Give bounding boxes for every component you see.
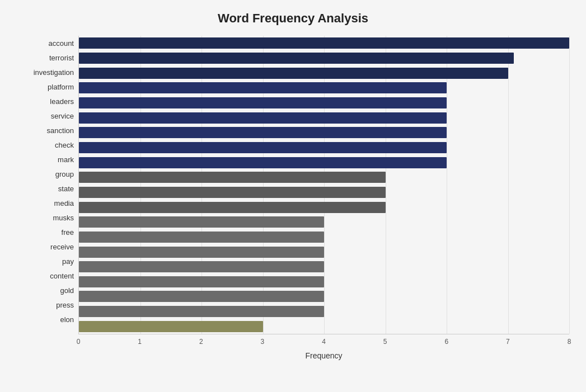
y-label: press bbox=[56, 297, 74, 312]
bar bbox=[79, 82, 447, 93]
bar-row bbox=[79, 81, 569, 96]
bar-row bbox=[79, 259, 569, 275]
y-label: investigation bbox=[34, 65, 74, 79]
bar-row bbox=[79, 230, 569, 245]
y-label: check bbox=[55, 138, 74, 152]
bar-row bbox=[79, 170, 569, 185]
bar bbox=[79, 216, 324, 228]
bar bbox=[79, 97, 447, 108]
y-label: media bbox=[54, 196, 74, 210]
bar bbox=[79, 127, 447, 138]
y-label: pay bbox=[62, 254, 74, 268]
x-tick: 1 bbox=[138, 338, 142, 346]
bar bbox=[79, 291, 324, 302]
x-tick: 5 bbox=[383, 338, 387, 346]
bar-row bbox=[79, 200, 569, 215]
x-tick: 2 bbox=[199, 338, 203, 346]
y-label: terrorist bbox=[49, 50, 74, 65]
y-label: sanction bbox=[47, 123, 74, 138]
x-axis-title: Frequency bbox=[78, 351, 569, 360]
bar-row bbox=[79, 140, 569, 155]
bar bbox=[79, 187, 386, 198]
bar-row bbox=[79, 304, 569, 319]
bar bbox=[79, 321, 263, 332]
y-labels: accountterroristinvestigationplatformlea… bbox=[17, 36, 78, 360]
bar bbox=[79, 261, 324, 272]
y-label: leaders bbox=[50, 94, 74, 108]
x-tick: 7 bbox=[506, 338, 510, 346]
y-label: service bbox=[51, 108, 74, 123]
bar bbox=[79, 232, 324, 243]
chart-title: Word Frequency Analysis bbox=[17, 11, 569, 26]
bar bbox=[79, 276, 324, 287]
chart-area: accountterroristinvestigationplatformlea… bbox=[17, 36, 569, 360]
bar bbox=[79, 172, 386, 183]
x-axis-labels: 012345678 bbox=[78, 338, 569, 349]
y-label: free bbox=[62, 225, 74, 239]
bar-row bbox=[79, 110, 569, 125]
bar bbox=[79, 68, 508, 79]
bar bbox=[79, 306, 324, 317]
bar-row bbox=[79, 185, 569, 200]
bar-row bbox=[79, 244, 569, 259]
bar bbox=[79, 247, 324, 258]
y-label: state bbox=[58, 181, 74, 196]
x-tick: 8 bbox=[568, 338, 571, 346]
bar bbox=[79, 37, 569, 49]
bars-section: 012345678 Frequency bbox=[78, 36, 569, 360]
bar bbox=[79, 112, 447, 124]
chart-container: Word Frequency Analysis accountterrorist… bbox=[0, 0, 586, 392]
bar-row bbox=[79, 289, 569, 304]
bar bbox=[79, 202, 386, 213]
y-label: group bbox=[55, 167, 74, 181]
grid-line bbox=[569, 36, 570, 334]
y-label: receive bbox=[50, 239, 74, 254]
bar bbox=[79, 157, 447, 168]
x-tick: 3 bbox=[261, 338, 265, 346]
y-label: gold bbox=[60, 283, 74, 297]
y-label: account bbox=[48, 36, 74, 50]
bar-row bbox=[79, 36, 569, 51]
x-tick: 4 bbox=[322, 338, 326, 346]
y-label: elon bbox=[60, 312, 74, 327]
x-tick: 6 bbox=[444, 338, 448, 346]
bar bbox=[79, 142, 447, 153]
y-label: content bbox=[50, 268, 74, 283]
bar-row bbox=[79, 215, 569, 230]
bar-row bbox=[79, 155, 569, 170]
bar-row bbox=[79, 65, 569, 81]
bar-row bbox=[79, 125, 569, 140]
bar bbox=[79, 53, 514, 64]
bars-inner bbox=[78, 36, 569, 334]
bar-row bbox=[79, 319, 569, 334]
bar-row bbox=[79, 275, 569, 290]
bar-row bbox=[79, 96, 569, 111]
x-tick: 0 bbox=[77, 338, 81, 346]
y-label: musks bbox=[53, 210, 74, 225]
y-label: mark bbox=[58, 152, 74, 167]
y-label: platform bbox=[48, 79, 74, 94]
bar-row bbox=[79, 51, 569, 66]
